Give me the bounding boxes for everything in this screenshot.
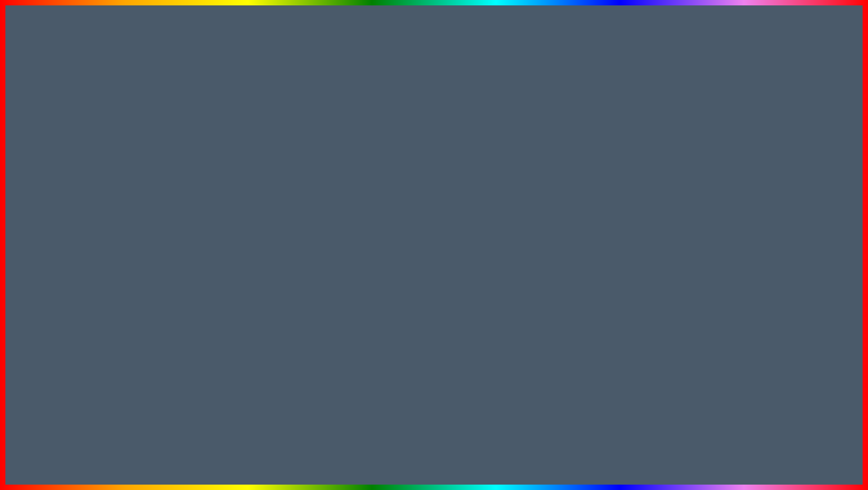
white-screen-row: White Screen xyxy=(585,185,742,191)
attack-fishes-cb[interactable] xyxy=(121,177,126,183)
right-panel: HoHo Hub - Blox Fruit Gen 3 | update 20 … xyxy=(531,124,747,324)
r-sidebar-raid[interactable]: ►Raid xyxy=(532,226,581,234)
remove-heavy-cb[interactable] xyxy=(585,192,591,197)
view-hitbox-label: View Hitbox xyxy=(592,227,618,232)
talk-to-spy-btn[interactable]: Talk To Spy (NPC spawn frozen island) xyxy=(121,218,251,227)
mutant-tooth-card: x9 🦷 Material Mutant Tooth xyxy=(751,232,810,281)
r-sidebar-hop-farming[interactable]: Hop Farming xyxy=(532,209,581,218)
misc-config2-header: Misc Config 2 xyxy=(585,160,742,165)
attack-sea-beasts-row: Attack Sea Beasts xyxy=(121,191,251,196)
auto-join-team-select[interactable]: Auto Join Team: Pirate ▽ xyxy=(585,167,742,176)
svg-point-7 xyxy=(445,121,459,144)
r-sidebar-setting[interactable]: Setting xyxy=(532,250,581,258)
white-screen-label: White Screen xyxy=(592,185,622,191)
mutant-count: x9 xyxy=(755,235,761,241)
bf-logo: 💀 BL⚓X FRUITS xyxy=(703,427,832,477)
r-sidebar-mod[interactable]: ►Mod xyxy=(532,242,581,250)
r-sidebar-points[interactable]: Points xyxy=(532,177,581,185)
r-sidebar-about[interactable]: About xyxy=(532,145,581,153)
svg-rect-15 xyxy=(436,222,452,276)
mutant-label: Material xyxy=(754,266,806,272)
remove-env-btn[interactable]: Remove Enviroments Effect xyxy=(121,147,251,156)
view-hitbox-cb[interactable] xyxy=(585,226,591,232)
remove-heavy-label: Remove Heavy Effect xyxy=(592,192,640,197)
auto-ally-label: Auto Ally @everyone xyxy=(592,212,638,218)
r-sidebar-player[interactable]: ►Player xyxy=(532,234,581,242)
no-clip-cb[interactable] xyxy=(585,198,591,204)
attack-terrorshark-cb[interactable] xyxy=(121,170,126,176)
left-panel-content: Rough Sea Remove Enviroments Effect Auto… xyxy=(117,134,255,301)
auto-anchor-row: Auto ✅ Anchor xyxy=(121,204,251,210)
r-sidebar-webhook[interactable]: Webhook & Ram xyxy=(532,185,581,193)
sidebar-lock-camera[interactable]: ☐ Lock Camera xyxy=(67,136,116,145)
attack-ghost-label: Attack Ghost Boats xyxy=(128,184,170,190)
sidebar-about[interactable]: About xyxy=(67,145,116,153)
auto-click-cb[interactable] xyxy=(585,178,591,184)
attack-sea-beasts-label: Attack Sea Beasts xyxy=(128,191,169,196)
r-sidebar-farming[interactable]: ▼Farming xyxy=(532,161,581,169)
auto-click-row: Auto Click xyxy=(585,178,742,184)
right-panel-content: Super Fast Attack Delay (recommend 6) 19… xyxy=(581,134,746,323)
attack-terrorshark-label: Attack Terrorshark (Boss) xyxy=(128,171,184,176)
r-sidebar-misc[interactable]: ►Misc xyxy=(532,218,581,226)
electric-wing-card: x19 ⚡ Material Electric Wing xyxy=(751,137,810,186)
svg-rect-13 xyxy=(414,215,454,223)
r-sidebar-auto-farm[interactable]: Auto Farm xyxy=(532,193,581,201)
electric-count: x19 xyxy=(755,140,765,147)
auto-ally-row: Auto Ally @everyone xyxy=(585,212,742,218)
attack-levithan-cb[interactable] xyxy=(121,211,126,217)
r-sidebar-farm-config[interactable]: Farm Config xyxy=(532,169,581,177)
auto-click-label: Auto Click xyxy=(592,178,615,184)
bf-logo-fruits: FRUITS xyxy=(739,449,832,477)
distance-x-progress: 0/30 xyxy=(585,241,742,245)
attack-sea-beasts-cb[interactable] xyxy=(121,191,126,196)
no-stun-cb[interactable] xyxy=(585,205,591,211)
electric-label: Material xyxy=(754,172,806,178)
no-clip-row: No Clip xyxy=(585,198,742,204)
right-panel-sidebar: ☐ Lock Camera About Debug ▼Farming Farm … xyxy=(532,134,581,323)
svg-rect-12 xyxy=(429,172,439,194)
supper-fast-cb[interactable] xyxy=(585,152,591,158)
update-label: UPDATE 20 SCRIPT PASTEBIN xyxy=(25,420,477,472)
left-panel-titlebar: HoHo Hub - Blox Fruit Gen 3 | update 20 xyxy=(67,125,255,134)
auto-sail-label: Auto Sail In Rough Sea xyxy=(128,157,179,163)
r-sidebar-shop[interactable]: Shop xyxy=(532,201,581,209)
supper-fast-label: Supper Fast Attack Only Deal DMG to M xyxy=(592,152,681,158)
sidebar-farming[interactable]: ▼Farming xyxy=(67,161,116,169)
sidebar-hop-farming[interactable]: Hop Farming xyxy=(67,193,116,201)
svg-rect-8 xyxy=(421,144,447,173)
bf-logo-top: BL⚓X xyxy=(739,427,832,449)
progress1-label: 19/30 xyxy=(731,145,741,150)
auto-anchor-cb[interactable] xyxy=(121,204,126,210)
tween-levithan-btn[interactable]: Tween to Levithan Gate (must spawned, so… xyxy=(121,240,251,249)
svg-point-6 xyxy=(409,121,423,144)
svg-rect-19 xyxy=(455,173,469,209)
progress-bar-1: 19/30 xyxy=(585,146,742,150)
collect-chest-cb[interactable] xyxy=(121,197,126,203)
r-sidebar-lock-camera[interactable]: ☐ Lock Camera xyxy=(532,136,581,145)
left-panel-sidebar: ☐ Lock Camera About Debug ▼Farming Farm … xyxy=(67,134,117,301)
auto-sail-checkbox[interactable] xyxy=(121,157,126,163)
r-sidebar-debug[interactable]: Debug xyxy=(532,153,581,161)
config-info: Config Farm Distance When Farming Terror… xyxy=(121,164,251,169)
svg-rect-14 xyxy=(416,222,432,276)
attack-ghost-boats-row: Attack Ghost Boats xyxy=(121,184,251,190)
collect-chest-row: Collect Chest From Treasure Island xyxy=(121,197,251,203)
sidebar-points[interactable]: Points xyxy=(67,185,116,193)
stop-tween-btn[interactable]: Stop Tween xyxy=(121,250,251,259)
sidebar-debug[interactable]: Debug xyxy=(67,153,116,161)
sidebar-farm-config[interactable]: Farm Config xyxy=(67,169,116,177)
attack-levithan-row: Attack Levithan (must spawned) xyxy=(121,211,251,217)
distance-y-label: 194/200 xyxy=(726,253,741,258)
distance-y-header: Distance From Y xyxy=(585,247,742,253)
distance-x-header: Distance From X xyxy=(585,234,742,240)
rough-sea-title: Rough Sea xyxy=(121,137,251,145)
auto-anchor-label: Auto ✅ Anchor xyxy=(128,204,163,210)
attack-fishes-row: Attack Fishes (Crew/Shark/Piranha) xyxy=(121,177,251,183)
auto-ally-cb[interactable] xyxy=(585,212,591,218)
distance-y-progress: 194/200 xyxy=(585,254,742,258)
tween-frozen-btn[interactable]: Tween to Frozen Island (must spawned) xyxy=(121,229,251,238)
sidebar-terrorsh[interactable]: Terrorsh & Ra xyxy=(67,177,116,185)
attack-ghost-cb[interactable] xyxy=(121,184,126,190)
white-screen-cb[interactable] xyxy=(585,185,591,191)
